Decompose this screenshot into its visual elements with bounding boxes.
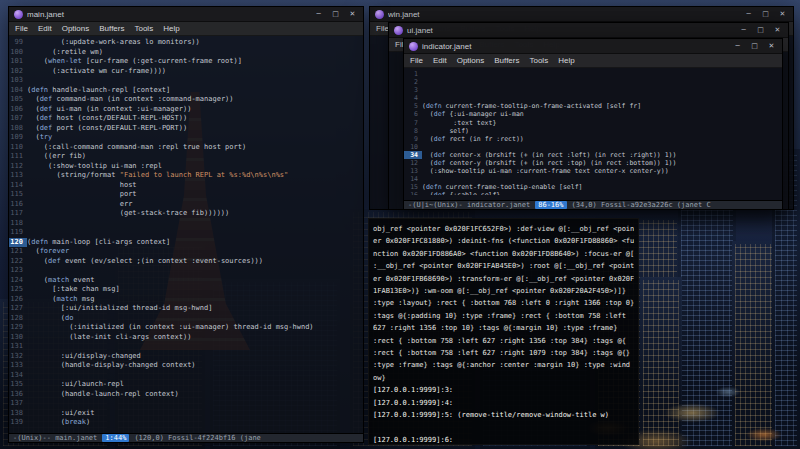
window-controls: ─ □ ✕ xyxy=(732,42,777,50)
code-line: 8 self) xyxy=(404,127,782,135)
close-button[interactable]: ✕ xyxy=(766,42,777,50)
line-number: 114 xyxy=(9,181,27,191)
terminal-line: er 0x020F1FC81880>) :deinit-fns (<functi… xyxy=(373,235,634,247)
close-button[interactable]: ✕ xyxy=(347,10,358,18)
code-text: :ui/launch-repl xyxy=(27,380,124,390)
menu-item-options[interactable]: Options xyxy=(62,24,90,33)
line-number: 2 xyxy=(404,78,422,86)
line-number: 108 xyxy=(9,124,27,134)
code-text xyxy=(422,175,426,183)
line-number: 1 xyxy=(404,70,422,78)
code-text: (get-stack-trace fib)))))) xyxy=(27,209,229,219)
code-buffer[interactable]: 1 2 3 4 5(defn current-frame-tooltip-on-… xyxy=(404,69,782,195)
titlebar[interactable]: win.janet ─ □ ✕ xyxy=(370,7,793,22)
terminal-line: ow} xyxy=(373,372,634,384)
line-number: 5 xyxy=(404,102,422,110)
window-controls: ─ □ ✕ xyxy=(738,26,783,34)
code-line: 137 xyxy=(9,399,363,409)
terminal-line: [127.0.0.1:9999]:6: xyxy=(373,434,634,445)
line-number: 123 xyxy=(9,266,27,276)
titlebar[interactable]: ui.janet ─ □ ✕ xyxy=(389,23,788,38)
code-text: (defn handle-launch-repl [context] xyxy=(27,86,170,96)
line-number: 34 xyxy=(404,151,422,159)
menu-item-file[interactable]: File xyxy=(376,24,389,33)
maximize-button[interactable]: □ xyxy=(755,26,766,34)
code-text: (break) xyxy=(27,418,90,427)
desktop: win.janet ─ □ ✕ FileEditOptionsBuffersTo… xyxy=(0,0,800,449)
code-line: 113 (string/format "Failed to launch REP… xyxy=(9,171,363,181)
line-number: 111 xyxy=(9,152,27,162)
code-text xyxy=(422,70,426,78)
code-line: 4 xyxy=(404,94,782,102)
close-button[interactable]: ✕ xyxy=(777,10,788,18)
code-line: 126 (match msg xyxy=(9,295,363,305)
menu-item-help[interactable]: Help xyxy=(163,24,179,33)
minimize-button[interactable]: ─ xyxy=(313,10,324,18)
terminal-line xyxy=(373,422,634,434)
minimize-button[interactable]: ─ xyxy=(732,42,743,50)
code-line: 109 (try xyxy=(9,133,363,143)
code-line: 103 xyxy=(9,76,363,86)
minimize-button[interactable]: ─ xyxy=(743,10,754,18)
code-line: 100 (:retile wm) xyxy=(9,48,363,58)
close-button[interactable]: ✕ xyxy=(772,26,783,34)
menu-item-tools[interactable]: Tools xyxy=(134,24,153,33)
line-number: 124 xyxy=(9,276,27,286)
code-text: (:initialized (in context :ui-manager) t… xyxy=(27,323,314,333)
maximize-button[interactable]: □ xyxy=(330,10,341,18)
window-title: ui.janet xyxy=(407,26,734,35)
line-number: 106 xyxy=(9,105,27,115)
minimize-button[interactable]: ─ xyxy=(738,26,749,34)
code-line: 121 (forever xyxy=(9,247,363,257)
line-number: 127 xyxy=(9,304,27,314)
line-number: 117 xyxy=(9,209,27,219)
repl-terminal[interactable]: obj_ref <pointer 0x020F1FC652F0>) :def-v… xyxy=(368,218,639,445)
code-text: (def center-x (brshift (+ (in rect :left… xyxy=(422,151,676,159)
code-text: :ui/exit xyxy=(27,409,94,419)
app-icon xyxy=(394,26,403,35)
code-text xyxy=(27,266,31,276)
titlebar[interactable]: main.janet ─ □ ✕ xyxy=(9,7,363,22)
maximize-button[interactable]: □ xyxy=(760,10,771,18)
menu-item-edit[interactable]: Edit xyxy=(38,24,52,33)
code-text: err xyxy=(27,200,132,210)
code-text: (handle-launch-repl context) xyxy=(27,390,179,400)
code-text: port xyxy=(27,190,137,200)
menu-item-file[interactable]: File xyxy=(15,24,28,33)
line-number: 134 xyxy=(9,371,27,381)
code-text: (:call-command command-man :repl true ho… xyxy=(27,143,246,153)
maximize-button[interactable]: □ xyxy=(749,42,760,50)
menu-item-options[interactable]: Options xyxy=(457,56,485,65)
menu-item-tools[interactable]: Tools xyxy=(529,56,548,65)
modeline-vcs-info: (120,0) Fossil-4f224bf16 (jane xyxy=(134,434,260,442)
line-number: 132 xyxy=(9,352,27,362)
terminal-line: 1FAB13E0>)} :wm-oom @[:__obj_ref <pointe… xyxy=(373,285,634,297)
code-text: (string/format "Failed to launch REPL at… xyxy=(27,171,288,181)
code-line: 115 port xyxy=(9,190,363,200)
line-number: 137 xyxy=(9,399,27,409)
menu-item-buffers[interactable]: Buffers xyxy=(99,24,124,33)
line-number: 103 xyxy=(9,76,27,86)
code-text xyxy=(27,399,31,409)
menu-item-edit[interactable]: Edit xyxy=(433,56,447,65)
code-line: 13 (:show-tooltip ui-man :current-frame … xyxy=(404,167,782,175)
code-text xyxy=(27,228,31,238)
code-buffer[interactable]: 99 (:update-work-areas lo monitors))100 … xyxy=(9,37,363,427)
code-line: 131 xyxy=(9,342,363,352)
menu-item-buffers[interactable]: Buffers xyxy=(494,56,519,65)
titlebar[interactable]: indicator.janet ─ □ ✕ xyxy=(404,39,782,54)
line-number: 6 xyxy=(404,110,422,118)
code-line: 108 (def port (const/DEFAULT-REPL-PORT)) xyxy=(9,124,363,134)
code-text: (:retile wm) xyxy=(27,48,103,58)
line-number: 101 xyxy=(9,57,27,67)
menu-item-help[interactable]: Help xyxy=(558,56,574,65)
line-number: 16 xyxy=(404,191,422,195)
terminal-line: :rect { :bottom 758 :left 627 :right 107… xyxy=(373,347,634,359)
code-text xyxy=(422,94,426,102)
code-text: (try xyxy=(27,133,52,143)
terminal-line: 627 :right 1356 :top 10} :tags @{:margin… xyxy=(373,322,634,334)
code-line: 133 (handle-display-changed context) xyxy=(9,361,363,371)
code-line: 116 err xyxy=(9,200,363,210)
code-line: 12 (def center-y (brshift (+ (in rect :t… xyxy=(404,159,782,167)
menu-item-file[interactable]: File xyxy=(410,56,423,65)
